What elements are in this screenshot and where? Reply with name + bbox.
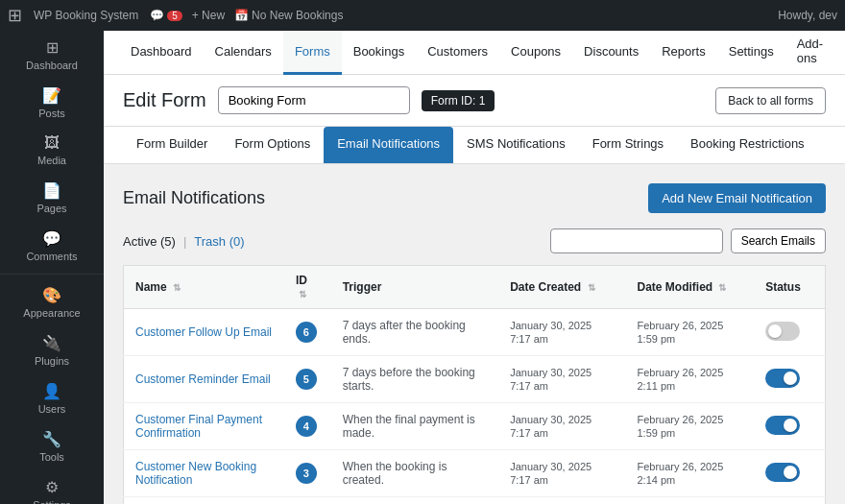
form-id-badge: Form ID: 1 <box>422 90 495 111</box>
filter-active[interactable]: Active (5) <box>123 234 176 249</box>
tab-form-options[interactable]: Form Options <box>221 127 324 163</box>
toggle-track <box>765 322 800 341</box>
sidebar-item-tools[interactable]: 🔧 Tools <box>0 422 104 470</box>
nav-discounts[interactable]: Discounts <box>572 31 650 75</box>
sidebar: ⊞ Dashboard 📝 Posts 🖼 Media 📄 Pages 💬 Co… <box>0 31 104 504</box>
table-row: Admin New BookingNotification2When the b… <box>124 497 826 505</box>
sidebar-label-posts: Posts <box>38 108 65 119</box>
nav-coupons[interactable]: Coupons <box>499 31 572 75</box>
id-badge: 5 <box>296 369 317 390</box>
appearance-icon: 🎨 <box>42 286 61 304</box>
status-toggle[interactable] <box>765 369 800 388</box>
col-header-status: Status <box>754 266 825 309</box>
sidebar-item-posts[interactable]: 📝 Posts <box>0 79 104 127</box>
sidebar-item-appearance[interactable]: 🎨 Appearance <box>0 278 104 326</box>
status-toggle[interactable] <box>765 322 800 341</box>
cell-status <box>754 309 825 356</box>
nav-addons[interactable]: Add-ons <box>785 31 834 75</box>
sidebar-item-pages[interactable]: 📄 Pages <box>0 174 104 222</box>
sidebar-item-plugins[interactable]: 🔌 Plugins <box>0 326 104 374</box>
date-modified-text: February 26, 2025 1:59 pm <box>637 414 723 439</box>
id-badge: 4 <box>296 416 317 437</box>
search-emails-input[interactable] <box>550 228 723 253</box>
sidebar-label-plugins: Plugins <box>35 355 69 367</box>
nav-dashboard[interactable]: Dashboard <box>119 31 204 75</box>
search-emails-button[interactable]: Search Emails <box>731 228 826 253</box>
sidebar-label-dashboard: Dashboard <box>26 60 78 71</box>
nav-bookings[interactable]: Bookings <box>342 31 416 75</box>
nav-forms[interactable]: Forms <box>283 31 342 75</box>
tab-sms-notifications[interactable]: SMS Notifications <box>453 127 579 163</box>
toggle-thumb <box>784 372 797 385</box>
cell-date-modified: February 26, 2025 1:58 pm <box>625 497 754 505</box>
sidebar-label-media: Media <box>37 155 66 166</box>
howdy-text: Howdy, dev <box>778 9 837 22</box>
cell-status <box>754 497 825 505</box>
dashboard-icon: ⊞ <box>46 38 59 57</box>
page-header: Edit Form Form ID: 1 Back to all forms <box>104 75 845 127</box>
col-header-date-modified: Date Modified ⇅ <box>625 266 754 309</box>
nav-settings[interactable]: Settings <box>717 31 785 75</box>
date-modified-text: February 26, 2025 2:14 pm <box>637 461 723 486</box>
name-link[interactable]: Customer New Booking <box>135 460 273 473</box>
comments-icon: 💬 <box>42 229 61 248</box>
back-to-all-forms-button[interactable]: Back to all forms <box>715 87 826 114</box>
cell-id: 4 <box>284 403 331 450</box>
tab-form-builder[interactable]: Form Builder <box>123 127 221 163</box>
cell-date-created: January 30, 2025 7:17 am <box>498 356 625 403</box>
admin-bar: ⊞ WP Booking System 💬 5 + New 📅 No New B… <box>0 0 845 31</box>
cell-date-modified: February 26, 2025 1:59 pm <box>625 309 754 356</box>
date-modified-text: February 26, 2025 1:59 pm <box>637 320 723 345</box>
table-row: Customer Reminder Email57 days before th… <box>124 356 826 403</box>
tab-booking-restrictions[interactable]: Booking Restrictions <box>677 127 818 163</box>
tab-email-notifications[interactable]: Email Notifications <box>324 127 453 163</box>
comments-count[interactable]: 💬 5 <box>150 9 182 22</box>
toggle-thumb <box>784 466 797 479</box>
name-link-2[interactable]: Notification <box>135 473 273 487</box>
main-layout: ⊞ Dashboard 📝 Posts 🖼 Media 📄 Pages 💬 Co… <box>0 31 845 504</box>
sidebar-item-users[interactable]: 👤 Users <box>0 374 104 422</box>
form-name-input[interactable] <box>218 86 410 114</box>
cell-trigger: When the booking is created. <box>331 450 499 497</box>
nav-reports[interactable]: Reports <box>650 31 717 75</box>
status-toggle[interactable] <box>765 463 800 482</box>
sidebar-item-comments[interactable]: 💬 Comments <box>0 222 104 270</box>
cell-date-modified: February 26, 2025 2:11 pm <box>625 356 754 403</box>
add-new-email-button[interactable]: Add New Email Notification <box>648 183 826 213</box>
tools-icon: 🔧 <box>42 430 61 448</box>
date-created-text: January 30, 2025 7:17 am <box>510 461 592 486</box>
name-link-2[interactable]: Confirmation <box>135 426 273 440</box>
sidebar-item-dashboard[interactable]: ⊞ Dashboard <box>0 31 104 79</box>
nav-customers[interactable]: Customers <box>416 31 499 75</box>
filter-trash[interactable]: Trash (0) <box>194 234 244 249</box>
tab-form-strings[interactable]: Form Strings <box>579 127 677 163</box>
section-title: Email Notifications <box>123 188 265 208</box>
status-toggle[interactable] <box>765 416 800 435</box>
site-name[interactable]: WP Booking System <box>34 9 138 22</box>
sidebar-item-settings[interactable]: ⚙ Settings <box>0 470 104 504</box>
toggle-track <box>765 416 800 435</box>
toggle-thumb <box>784 419 797 432</box>
cell-date-modified: February 26, 2025 1:59 pm <box>625 403 754 450</box>
sidebar-label-users: Users <box>38 403 66 415</box>
name-link[interactable]: Customer Reminder Email <box>135 372 271 386</box>
cell-name: Customer Follow Up Email <box>124 309 284 356</box>
filter-bar: Active (5) | Trash (0) Search Emails <box>123 228 826 253</box>
name-link[interactable]: Customer Final Payment <box>135 413 273 426</box>
search-area: Search Emails <box>550 228 826 253</box>
form-tabs: Form Builder Form Options Email Notifica… <box>104 127 845 164</box>
new-item[interactable]: + New <box>192 9 225 22</box>
date-created-text: January 30, 2025 7:17 am <box>510 414 592 439</box>
wp-logo: ⊞ <box>8 5 22 26</box>
nav-calendars[interactable]: Calendars <box>204 31 283 75</box>
page-title: Edit Form <box>123 89 206 111</box>
filter-links: Active (5) | Trash (0) <box>123 234 245 249</box>
sidebar-item-media[interactable]: 🖼 Media <box>0 127 104 174</box>
date-created-text: January 30, 2025 7:17 am <box>510 320 592 345</box>
cell-status <box>754 356 825 403</box>
sidebar-label-comments: Comments <box>26 251 77 262</box>
nav-backup[interactable]: Backup/Restore <box>834 31 845 75</box>
name-link[interactable]: Customer Follow Up Email <box>135 325 272 339</box>
sidebar-label-tools: Tools <box>39 451 64 463</box>
posts-icon: 📝 <box>42 86 61 105</box>
